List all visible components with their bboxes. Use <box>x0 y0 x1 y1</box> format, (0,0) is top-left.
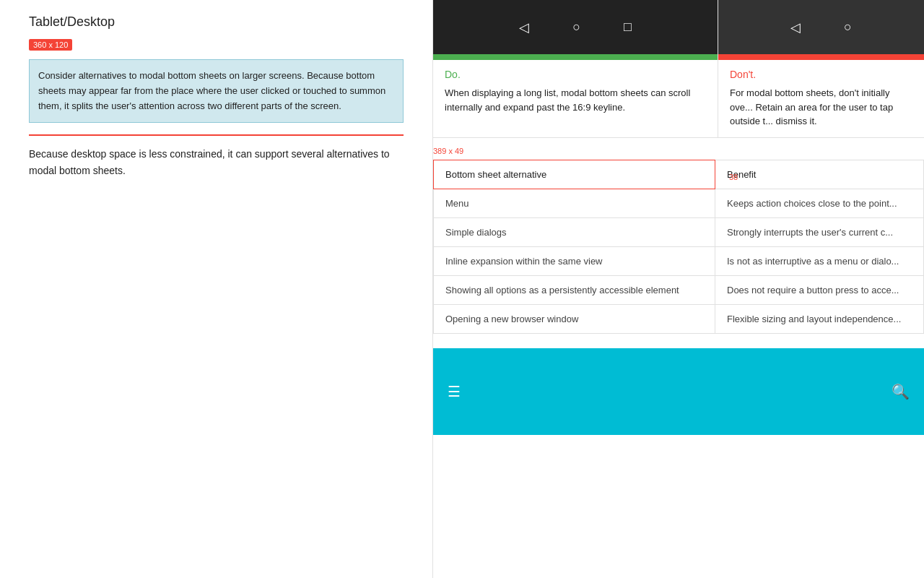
do-label: Do. <box>433 60 718 83</box>
right-panel: ◁ ○ □ Do. When displaying a long list, m… <box>433 0 924 578</box>
table-cell-alternative: Opening a new browser window <box>434 304 715 333</box>
phone-screen-left: ◁ ○ □ <box>433 0 718 54</box>
table-cell-benefit: Keeps action choices close to the point.… <box>715 189 924 217</box>
home-icon-right: ○ <box>844 20 852 35</box>
table-row: Showing all options as a persistently ac… <box>434 275 924 304</box>
phone-dont: ◁ ○ Don't. For modal bottom sheets, don'… <box>718 0 924 137</box>
dont-status-bar <box>718 54 924 60</box>
description-text: Because desktop space is less constraine… <box>29 146 404 178</box>
home-icon-left: ○ <box>572 20 580 35</box>
table-cell-alternative: Simple dialogs <box>434 217 715 246</box>
table-header-row: Bottom sheet alternative Benefit <box>434 160 924 189</box>
phone-do: ◁ ○ □ Do. When displaying a long list, m… <box>433 0 718 137</box>
do-description: When displaying a long list, modal botto… <box>433 83 718 123</box>
back-icon-right: ◁ <box>790 20 801 35</box>
dimension-badge: 360 x 120 <box>29 39 72 51</box>
table-cell-alternative: Inline expansion within the same view <box>434 246 715 275</box>
search-icon[interactable]: 🔍 <box>892 383 910 400</box>
table-cell-benefit: Does not require a button press to acce.… <box>715 275 924 304</box>
back-icon-left: ◁ <box>519 20 529 35</box>
dont-label: Don't. <box>718 60 924 83</box>
bottom-cyan-section: ☰ 🔍 <box>433 348 924 435</box>
hamburger-icon[interactable]: ☰ <box>448 383 892 400</box>
dont-description: For modal bottom sheets, don't initially… <box>718 83 924 137</box>
dim-38-annotation: 38 <box>729 173 738 181</box>
highlight-text: Consider alternatives to modal bottom sh… <box>38 69 394 113</box>
dim-389-annotation: 389 x 49 <box>433 147 463 155</box>
table-cell-benefit: Is not as interruptive as a menu or dial… <box>715 246 924 275</box>
left-panel: Tablet/Desktop 360 x 120 Consider altern… <box>0 0 433 578</box>
table-cell-benefit: Strongly interrupts the user's current c… <box>715 217 924 246</box>
horizontal-divider <box>29 134 404 136</box>
table-cell-benefit: Flexible sizing and layout independence.… <box>715 304 924 333</box>
phone-mockups-section: ◁ ○ □ Do. When displaying a long list, m… <box>433 0 924 138</box>
table-cell-alternative: Showing all options as a persistently ac… <box>434 275 715 304</box>
phone-screen-right: ◁ ○ <box>718 0 924 54</box>
alternatives-table-container: 389 x 49 40 38 Bottom sheet alternative … <box>433 160 924 334</box>
alternatives-table: Bottom sheet alternative Benefit MenuKee… <box>433 160 924 334</box>
table-cell-alternative: Menu <box>434 189 715 217</box>
col-header-alternative: Bottom sheet alternative <box>434 160 715 189</box>
tablet-desktop-heading: Tablet/Desktop <box>29 14 404 30</box>
recent-icon-left: □ <box>624 20 632 35</box>
col-header-benefit: Benefit <box>715 160 924 189</box>
table-row: Simple dialogsStrongly interrupts the us… <box>434 217 924 246</box>
table-row: Opening a new browser windowFlexible siz… <box>434 304 924 333</box>
table-row: Inline expansion within the same viewIs … <box>434 246 924 275</box>
do-status-bar <box>433 54 718 60</box>
table-row: MenuKeeps action choices close to the po… <box>434 189 924 217</box>
highlight-box: Consider alternatives to modal bottom sh… <box>29 59 404 123</box>
